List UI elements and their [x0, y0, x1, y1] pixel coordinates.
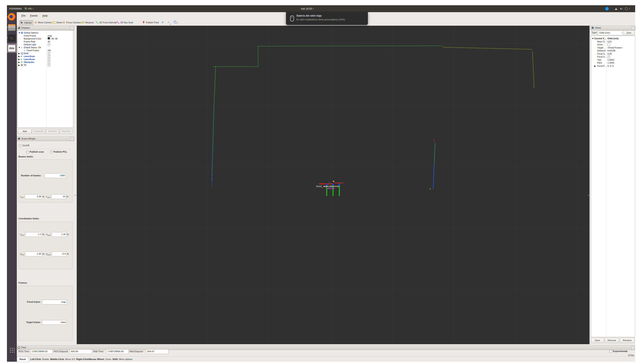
expander-icon[interactable]: ▼ [18, 31, 20, 34]
target-frame-input[interactable]: robot [42, 320, 67, 325]
tree-row[interactable]: Yaw1,5654 [591, 58, 635, 62]
menu-panels[interactable]: Panels [30, 14, 38, 17]
tree-row[interactable]: Target ...<Fixed Frame> [591, 46, 635, 49]
app-menu[interactable]: rviz ▾ [25, 5, 34, 12]
experimental-checkbox[interactable] [609, 350, 612, 353]
network-icon[interactable] [615, 8, 617, 10]
tree-row[interactable]: ▶TF✓ [18, 64, 73, 66]
expander-icon[interactable]: ▶ [18, 58, 20, 61]
tree-row[interactable]: ▶Focal P...0; 0; 0 [591, 64, 635, 68]
terminal-dock-icon[interactable]: >_ [8, 34, 16, 42]
expander-icon[interactable]: ▶ [594, 64, 596, 68]
3d-viewport[interactable]: front_scanner rear_scanner [77, 26, 590, 344]
tree-row[interactable]: Fixed Framemap [18, 34, 73, 37]
remove-view-button[interactable]: Remove [605, 338, 619, 343]
property-checkbox[interactable]: ✓ [48, 61, 50, 64]
roselapsed-input[interactable]: 605.06 [70, 349, 92, 354]
expander-icon[interactable]: ▶ [18, 52, 20, 55]
view-type-select[interactable]: Orbit (rviz)▾ [598, 31, 624, 35]
left-splitter-arrow[interactable]: ◂ [74, 194, 76, 196]
publish-pcl-checkbox[interactable]: ✓ [50, 151, 53, 154]
publish-scan-checkbox[interactable]: ✓ [26, 151, 29, 154]
rename-view-button[interactable]: Rename [620, 338, 634, 343]
tree-row[interactable]: ▼Current V...Orbit (rviz) [591, 37, 635, 40]
teamviewer-tray-icon[interactable]: ↔ [605, 7, 609, 10]
property-checkbox[interactable]: ✓ [608, 56, 610, 58]
tool-measure[interactable]: Measure [80, 20, 95, 25]
tree-row[interactable]: Background Color48; 48; 48 [18, 37, 73, 40]
expander-icon[interactable]: ▶ [18, 61, 20, 64]
clock[interactable]: mié 16:05 ● [301, 5, 314, 12]
power-icon[interactable] [625, 7, 628, 10]
expander-icon[interactable]: ▼ [592, 37, 594, 40]
expander-icon[interactable]: ▼ [18, 46, 20, 49]
tool-2d-pose-estimate[interactable]: 2D Pose Estimate [94, 20, 118, 25]
property-checkbox[interactable] [608, 43, 610, 46]
tool-2d-nav-goal[interactable]: 2D Nav Goal [116, 20, 134, 25]
tool-label: Move Camera [38, 21, 52, 24]
firefox-dock-icon[interactable] [8, 13, 16, 21]
zero-button[interactable]: Zero [623, 31, 634, 35]
property-checkbox[interactable]: ✓ [48, 64, 50, 66]
scans-merger-panel-float-button[interactable]: ▪ [70, 137, 74, 140]
expander-icon[interactable]: ▶ [18, 64, 20, 66]
tree-row[interactable]: Distance6,60196 [591, 49, 635, 52]
add-display-button[interactable]: Add [18, 129, 32, 134]
property-checkbox[interactable]: ✓ [48, 58, 50, 61]
rmax-input[interactable]: 10 [51, 194, 66, 199]
save-view-button[interactable]: Save [591, 338, 604, 343]
displays-panel-float-button[interactable]: ▪ [70, 26, 74, 30]
tree-row[interactable]: Focal S...0,05 [591, 52, 635, 56]
file-manager-dock-icon[interactable] [8, 24, 16, 31]
tree-row[interactable]: Frame Rate30 [18, 40, 73, 43]
remove-tool-button[interactable]: − [168, 20, 170, 24]
tree-row[interactable]: ▶≈LaserScan✓ [18, 55, 73, 58]
rviz-dock-icon[interactable]: RViz [8, 44, 16, 52]
tool-interact[interactable]: Interact [19, 20, 33, 25]
right-splitter-arrow[interactable]: ▸ [588, 194, 590, 196]
property-checkbox[interactable]: ✓ [48, 55, 50, 58]
xmax-input[interactable]: 1.25 [52, 232, 67, 237]
tree-row[interactable]: ▶≈LaserScan✓ [18, 58, 73, 61]
walltime-input[interactable]: 1758729959.93 [106, 349, 128, 354]
time-panel-float-button[interactable]: ▪ [632, 346, 634, 349]
tree-row[interactable]: ✓Fixed FrameOK [18, 49, 73, 52]
tree-row[interactable]: Focal S...✓ [591, 55, 635, 58]
ymax-input[interactable]: -0.4 [52, 252, 67, 256]
expander-icon[interactable]: ▶ [18, 55, 20, 58]
system-menu-chevron-icon[interactable]: ▾ [629, 5, 630, 12]
menu-help[interactable]: Help [42, 14, 48, 17]
tool-focus-camera[interactable]: Focus Camera [61, 20, 82, 25]
volume-icon[interactable]: ◄) [620, 5, 622, 12]
ymin-input[interactable]: -1.82 [25, 252, 42, 256]
pose-arrow-icon [96, 21, 98, 24]
number-of-beams-input[interactable]: 1000 [44, 174, 66, 178]
tree-row[interactable]: ▼✓Global Status: Ok [18, 46, 73, 49]
tool-publish-point[interactable]: Publish Point [141, 20, 160, 25]
tree-row[interactable]: Invert ... [591, 43, 635, 46]
tree-row[interactable]: Pitch1,4454 [591, 61, 635, 64]
xmin-input[interactable]: -1.3 [25, 232, 42, 237]
fixed-frame-input[interactable]: map [42, 300, 67, 304]
tree-row[interactable]: ▶Grid✓ [18, 52, 73, 55]
tool-properties-button[interactable]: + [174, 20, 176, 24]
wallelapsed-input[interactable]: 604.97 [146, 349, 168, 354]
property-checkbox[interactable]: ✓ [48, 43, 50, 46]
rostime-input[interactable]: 1758729959.92 [30, 349, 52, 354]
activities-button[interactable]: Actividades [9, 5, 22, 12]
reset-button[interactable]: Reset [17, 357, 28, 362]
tool-move-camera[interactable]: Move Camera [33, 20, 53, 25]
tree-row[interactable]: Default Light✓ [18, 43, 73, 46]
show-applications-button[interactable] [9, 347, 15, 353]
displays-tree: ▼Global OptionsFixed FramemapBackground … [18, 30, 73, 128]
tree-row[interactable]: Near Cl...0,01 [591, 40, 635, 43]
views-panel-float-button[interactable]: ▪ [632, 26, 635, 30]
menu-file[interactable]: File [22, 14, 26, 17]
property-checkbox[interactable]: ✓ [48, 52, 50, 55]
notification-toast[interactable]: Batería del ratón baja El ratón inalámbr… [286, 12, 368, 25]
add-tool-button[interactable]: + [162, 20, 164, 24]
on-off-checkbox[interactable]: ✓ [19, 144, 22, 147]
rmin-input[interactable]: 0.05 [25, 194, 42, 199]
tree-row[interactable]: ▼Global Options [18, 31, 73, 34]
tree-row[interactable]: ▶Obstacles✓ [18, 61, 73, 64]
